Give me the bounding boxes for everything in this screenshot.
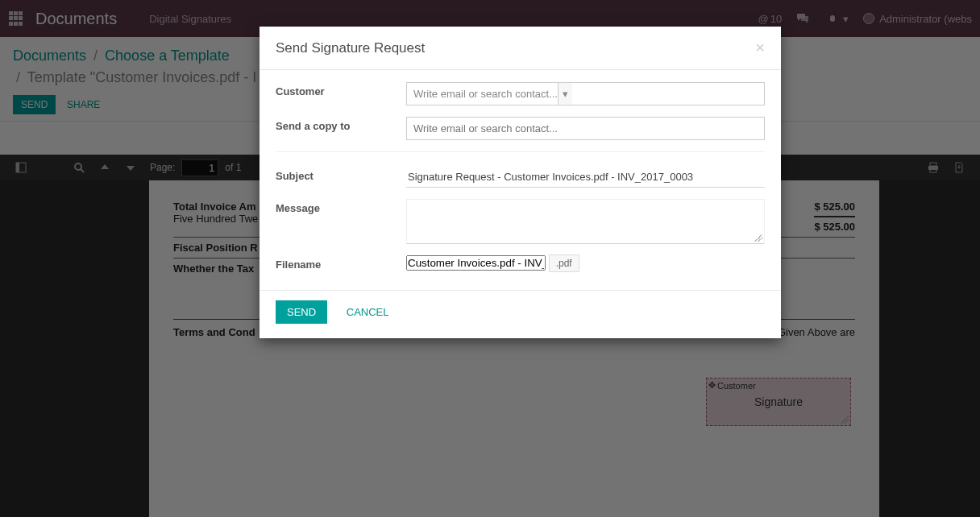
textarea-resize-icon[interactable] <box>754 234 762 242</box>
filename-ext: .pdf <box>549 254 579 272</box>
modal-send-button[interactable]: SEND <box>276 300 327 324</box>
label-customer: Customer <box>276 82 406 105</box>
customer-select[interactable]: Write email or search contact... ▾ <box>406 82 765 105</box>
label-message: Message <box>276 199 406 244</box>
label-subject: Subject <box>276 167 406 188</box>
modal-cancel-button[interactable]: CANCEL <box>338 302 397 322</box>
modal-title: Send Signature Request <box>276 40 755 56</box>
label-filename: Filename <box>276 255 406 271</box>
send-signature-modal: Send Signature Request × Customer Write … <box>260 27 781 338</box>
close-icon[interactable]: × <box>755 39 765 57</box>
customer-placeholder: Write email or search contact... <box>413 88 558 100</box>
modal-header: Send Signature Request × <box>260 27 781 70</box>
label-send-copy: Send a copy to <box>276 117 406 140</box>
subject-input[interactable] <box>406 167 765 188</box>
chevron-down-icon[interactable]: ▾ <box>558 83 572 105</box>
send-copy-input[interactable] <box>406 117 765 140</box>
filename-input[interactable] <box>406 255 546 271</box>
message-textarea[interactable] <box>406 199 765 244</box>
modal-footer: SEND CANCEL <box>260 290 781 338</box>
